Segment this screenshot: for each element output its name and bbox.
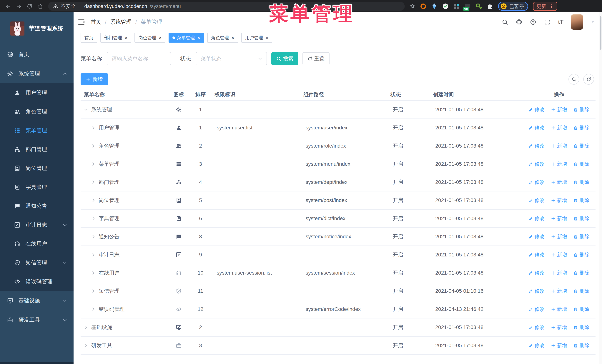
menu-name-input[interactable] [107,52,171,65]
delete-link[interactable]: 删除 [573,197,589,204]
chevron-right-icon[interactable] [84,325,88,330]
add-link[interactable]: 新增 [551,251,567,258]
sidebar-item[interactable]: 角色管理 [0,102,74,121]
extension-gem-icon[interactable] [431,3,438,10]
tab[interactable]: 角色管理 × [207,33,238,42]
edit-link[interactable]: 修改 [528,215,545,222]
chevron-right-icon[interactable] [91,252,96,257]
sidebar-item[interactable]: 岗位管理 [0,159,74,178]
edit-link[interactable]: 修改 [528,270,545,276]
delete-link[interactable]: 删除 [573,288,589,294]
home-icon[interactable] [37,3,43,9]
search-icon[interactable] [502,19,508,25]
sidebar-item[interactable]: 用户管理 [0,83,74,102]
sidebar-item[interactable]: 系统管理 [0,64,74,83]
delete-link[interactable]: 删除 [573,161,589,167]
chevron-right-icon[interactable] [84,343,88,348]
add-link[interactable]: 新增 [551,106,567,113]
chevron-right-icon[interactable] [91,125,96,130]
chevron-down-icon[interactable] [84,107,88,112]
delete-link[interactable]: 删除 [573,143,589,149]
bookmark-star-icon[interactable] [409,3,415,9]
toggle-search-button[interactable] [569,74,579,85]
add-link[interactable]: 新增 [551,215,567,222]
sidebar-collapse-icon[interactable] [78,18,85,26]
delete-link[interactable]: 删除 [573,179,589,186]
close-icon[interactable]: × [232,35,234,40]
delete-link[interactable]: 删除 [573,324,589,331]
edit-link[interactable]: 修改 [528,306,545,312]
sidebar-item[interactable]: 基础设施 [0,291,74,310]
extension-grid-icon[interactable] [453,3,460,10]
sidebar-item[interactable]: 首页 [0,45,74,64]
reset-button[interactable]: 重置 [302,52,330,65]
add-link[interactable]: 新增 [551,197,567,204]
sidebar-item[interactable]: 字典管理 [0,178,74,197]
edit-link[interactable]: 修改 [528,288,545,294]
tab[interactable]: 岗位管理 × [134,33,165,42]
add-link[interactable]: 新增 [551,125,567,131]
delete-link[interactable]: 删除 [573,106,589,113]
extension-list-icon[interactable]: on [464,3,471,10]
user-avatar[interactable] [571,14,583,30]
sidebar-item[interactable]: 在线用户 [0,234,74,253]
sidebar-item[interactable]: 错误码管理 [0,272,74,291]
tab[interactable]: 菜单管理 × [169,33,204,42]
delete-link[interactable]: 删除 [573,233,589,240]
edit-link[interactable]: 修改 [528,106,545,113]
close-icon[interactable]: × [197,35,200,40]
sidebar-item[interactable]: 部门管理 [0,140,74,159]
add-link[interactable]: 新增 [551,306,567,312]
chevron-right-icon[interactable] [91,270,96,275]
chevron-right-icon[interactable] [91,307,96,312]
delete-link[interactable]: 删除 [573,306,589,312]
edit-link[interactable]: 修改 [528,251,545,258]
delete-link[interactable]: 删除 [573,270,589,276]
browser-update-chip[interactable]: 更新 [533,2,557,11]
vertical-scrollbar[interactable] [599,12,602,364]
chevron-right-icon[interactable] [91,162,96,166]
refresh-table-button[interactable] [583,74,594,85]
help-icon[interactable] [530,19,536,25]
delete-link[interactable]: 删除 [573,215,589,222]
delete-link[interactable]: 删除 [573,342,589,349]
chevron-right-icon[interactable] [91,216,96,221]
extension-ring-icon[interactable] [420,3,427,10]
delete-link[interactable]: 删除 [573,251,589,258]
extension-puzzle-icon[interactable] [487,3,493,10]
edit-link[interactable]: 修改 [528,342,545,349]
chevron-right-icon[interactable] [91,198,96,203]
scrollbar-thumb[interactable] [600,16,602,50]
edit-link[interactable]: 修改 [528,179,545,186]
extension-check-icon[interactable] [442,3,449,10]
add-link[interactable]: 新增 [551,179,567,186]
edit-link[interactable]: 修改 [528,125,545,131]
edit-link[interactable]: 修改 [528,197,545,204]
edit-link[interactable]: 修改 [528,161,545,167]
add-link[interactable]: 新增 [551,161,567,167]
profile-paused-chip[interactable]: 已暂停 [498,2,528,11]
sidebar-item[interactable]: 短信管理 [0,253,74,272]
sidebar-item[interactable]: 菜单管理 [0,121,74,140]
sidebar-item[interactable]: 研发工具 [0,310,74,330]
forward-icon[interactable] [16,3,22,9]
sidebar-item[interactable]: 通知公告 [0,197,74,216]
breadcrumb-item[interactable]: 菜单管理 [135,18,162,26]
close-icon[interactable]: × [159,35,161,40]
tab[interactable]: 用户管理 × [241,33,272,42]
chevron-right-icon[interactable] [91,180,96,185]
github-icon[interactable] [516,19,522,25]
chevron-right-icon[interactable] [91,289,96,293]
edit-link[interactable]: 修改 [528,324,545,331]
add-link[interactable]: 新增 [551,324,567,331]
sidebar-scrollbar[interactable] [0,362,74,364]
breadcrumb-item[interactable]: 系统管理 [105,18,132,26]
edit-link[interactable]: 修改 [528,233,545,240]
status-select[interactable]: 菜单状态 [196,52,267,65]
tab[interactable]: 部门管理 × [100,33,131,42]
logo-block[interactable]: 芋道管理系统 [0,12,74,45]
font-size-icon[interactable]: tT [558,19,563,25]
chevron-right-icon[interactable] [91,234,96,239]
add-link[interactable]: 新增 [551,270,567,276]
edit-link[interactable]: 修改 [528,143,545,149]
